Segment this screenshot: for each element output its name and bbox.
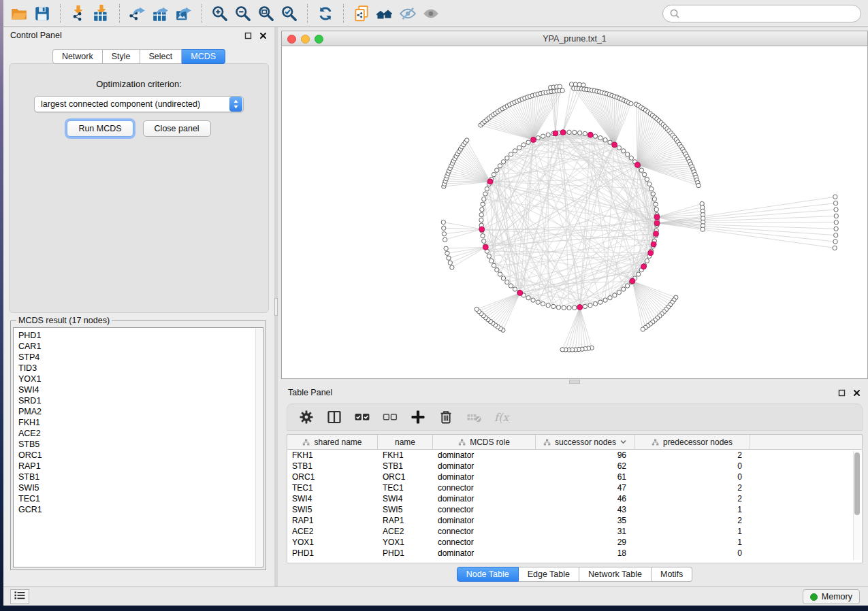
import-network-icon[interactable] — [67, 3, 90, 24]
float-icon[interactable] — [837, 388, 846, 397]
table-cell: PHD1 — [378, 548, 433, 559]
memory-button[interactable]: Memory — [803, 589, 860, 604]
table-row[interactable]: TEC1TEC1connector472 — [287, 482, 862, 493]
mcds-list-item[interactable]: ORC1 — [18, 450, 253, 461]
table-row[interactable]: SWI5SWI5connector431 — [287, 504, 862, 515]
mcds-list-scrollbar[interactable] — [255, 329, 262, 566]
column-header-MCDS-role[interactable]: MCDS role — [433, 435, 536, 449]
table-row[interactable]: STB1STB1dominator620 — [287, 461, 862, 472]
zoom-in-icon[interactable] — [208, 3, 231, 24]
mcds-list-item[interactable]: ACE2 — [18, 428, 253, 439]
mcds-list-item[interactable]: STP4 — [18, 352, 253, 363]
column-header-name[interactable]: name — [378, 435, 433, 449]
mcds-list-item[interactable]: SWI5 — [18, 482, 253, 493]
column-label: predecessor nodes — [663, 437, 733, 447]
main-toolbar — [3, 0, 868, 27]
optimization-criterion-select[interactable]: largest connected component (undirected) — [34, 96, 244, 112]
run-mcds-button[interactable]: Run MCDS — [67, 120, 133, 137]
table-cell: STB1 — [287, 461, 378, 472]
table-tab-edge-table[interactable]: Edge Table — [519, 567, 579, 582]
table-cell: 2 — [634, 450, 750, 461]
mcds-list-item[interactable]: CAR1 — [18, 341, 253, 352]
toolbar-separator — [343, 4, 344, 23]
control-panel: Control Panel NetworkStyleSelectMCDS Opt… — [3, 27, 274, 587]
float-icon[interactable] — [243, 31, 253, 40]
trash-icon[interactable] — [438, 409, 454, 425]
table-cell: dominator — [433, 548, 536, 559]
close-icon[interactable] — [258, 31, 268, 40]
search-input[interactable] — [681, 7, 861, 20]
gear-icon[interactable] — [298, 409, 315, 425]
mcds-list-item[interactable]: STB5 — [18, 439, 253, 450]
table-row[interactable]: SWI4SWI4dominator462 — [287, 493, 862, 504]
mcds-list-item[interactable]: FKH1 — [18, 417, 253, 428]
splitter-handle[interactable] — [569, 380, 580, 384]
tab-select[interactable]: Select — [140, 49, 182, 64]
scrollbar-thumb[interactable] — [854, 452, 860, 515]
copy-network-icon[interactable] — [350, 3, 373, 24]
table-cell: 62 — [536, 461, 634, 472]
mcds-list-item[interactable]: TEC1 — [18, 493, 253, 504]
task-history-button[interactable] — [10, 589, 29, 604]
table-row[interactable]: ACE2ACE2connector311 — [287, 526, 862, 537]
add-icon[interactable] — [410, 409, 426, 425]
zoom-fit-icon[interactable] — [255, 3, 278, 24]
mcds-list-item[interactable]: GCR1 — [18, 504, 253, 515]
close-panel-button[interactable]: Close panel — [143, 120, 211, 137]
mcds-list-item[interactable]: TID3 — [18, 363, 253, 374]
maximize-traffic-light[interactable] — [315, 35, 323, 44]
table-row[interactable]: PHD1PHD1dominator180 — [287, 548, 862, 559]
memory-label: Memory — [822, 592, 852, 601]
mcds-list-item[interactable]: SRD1 — [18, 395, 253, 406]
table-row[interactable]: ORC1ORC1dominator610 — [287, 472, 862, 482]
export-network-icon[interactable] — [126, 3, 149, 24]
mcds-list-item[interactable]: PHD1 — [18, 330, 253, 341]
table-row[interactable]: RAP1RAP1dominator352 — [287, 515, 862, 526]
zoom-out-icon[interactable] — [231, 3, 255, 24]
table-row[interactable]: YOX1YOX1connector291 — [287, 537, 862, 548]
table-scrollbar[interactable] — [853, 451, 861, 560]
import-table-icon[interactable] — [90, 3, 113, 24]
table-tab-node-table[interactable]: Node Table — [457, 567, 519, 582]
network-canvas[interactable] — [281, 46, 868, 379]
mcds-list-item[interactable]: YOX1 — [18, 374, 253, 384]
network-graph[interactable] — [282, 46, 867, 378]
refresh-icon[interactable] — [314, 3, 337, 24]
deselect-all-icon[interactable] — [382, 409, 398, 425]
mcds-list-item[interactable]: STB1 — [18, 472, 253, 482]
table-row[interactable]: FKH1FKH1dominator962 — [287, 450, 862, 461]
zoom-selected-icon[interactable] — [278, 3, 301, 24]
column-header-shared-name[interactable]: shared name — [287, 435, 378, 449]
open-folder-icon[interactable] — [7, 3, 31, 24]
tab-network[interactable]: Network — [52, 49, 103, 64]
close-icon[interactable] — [852, 388, 861, 397]
table-cell: PHD1 — [287, 548, 378, 559]
mcds-list-item[interactable]: PMA2 — [18, 406, 253, 417]
eye-icon[interactable] — [419, 3, 443, 24]
close-traffic-light[interactable] — [287, 35, 296, 44]
shared-column-icon — [543, 439, 551, 446]
mcds-list-item[interactable]: RAP1 — [18, 461, 253, 472]
table-tab-motifs[interactable]: Motifs — [652, 567, 692, 582]
table-tab-network-table[interactable]: Network Table — [579, 567, 652, 582]
tab-style[interactable]: Style — [103, 49, 140, 64]
export-table-icon[interactable] — [149, 3, 172, 24]
table-panel-header: Table Panel — [281, 384, 868, 401]
select-all-icon[interactable] — [354, 409, 370, 425]
mcds-result-list[interactable]: PHD1CAR1STP4TID3YOX1SWI4SRD1PMA2FKH1ACE2… — [13, 327, 263, 567]
eye-slash-icon[interactable] — [396, 3, 419, 24]
minimize-traffic-light[interactable] — [301, 35, 310, 44]
search-box[interactable] — [662, 5, 861, 22]
homes-icon[interactable] — [373, 3, 396, 24]
table-cell: SWI4 — [378, 493, 433, 504]
mcds-list-item[interactable]: SWI4 — [18, 384, 253, 395]
column-header-predecessor-nodes[interactable]: predecessor nodes — [634, 435, 750, 449]
export-image-icon[interactable] — [172, 3, 195, 24]
columns-icon[interactable] — [326, 409, 342, 425]
column-header-successor-nodes[interactable]: successor nodes — [536, 435, 634, 449]
tab-mcds[interactable]: MCDS — [182, 49, 225, 64]
table-cell: ACE2 — [378, 526, 433, 537]
mcds-result-title: MCDS result (17 nodes) — [16, 316, 112, 325]
horizontal-splitter[interactable] — [281, 379, 868, 384]
save-icon[interactable] — [31, 3, 54, 24]
